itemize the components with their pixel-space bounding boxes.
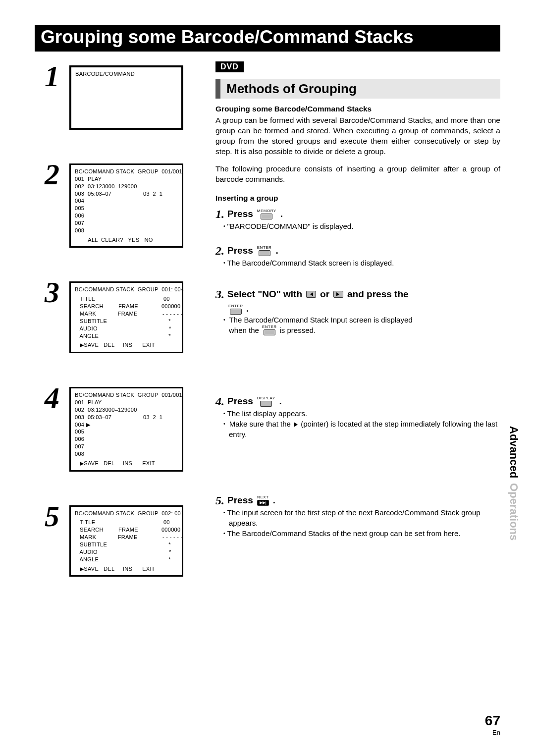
step-number-4: 4 [35, 383, 69, 413]
instruction-2: 2. Press ENTER . The Barcode/Command Sta… [215, 244, 500, 268]
instruction-4: 4. Press DISPLAY . The list display appe… [215, 395, 500, 439]
memory-button-icon: MEMORY [257, 209, 276, 219]
step4-bullet-b: Make sure that the (pointer) is located … [223, 419, 500, 439]
instruction-5: 5. Press NEXT ▶▶| . The input screen for… [215, 494, 500, 539]
screen-4-header: BC/COMMAND STACK GROUP 001/001 [75, 391, 178, 399]
instruction-3: 3. Select "NO" with or and press the ENT… [215, 288, 500, 335]
dvd-badge: DVD [215, 61, 244, 72]
section-heading: Methods of Grouping [215, 79, 500, 99]
screen-5: BC/COMMAND STACK GROUP 002: 001 TITLE 00… [69, 505, 183, 577]
step-number-5: 5 [35, 501, 69, 531]
subhead-inserting: Inserting a group [215, 194, 500, 203]
step3-bullet: The Barcode/Command Stack Input screen i… [223, 315, 500, 325]
screen-3: BC/COMMAND STACK GROUP 001: 004 TITLE 00… [69, 281, 183, 353]
section-tab: Advanced Operations [507, 426, 520, 540]
instr-num-1: 1. [215, 208, 224, 221]
instr-num-2: 2. [215, 244, 224, 258]
enter-button-icon: ENTER [262, 325, 277, 335]
screen-2-header: BC/COMMAND STACK GROUP 001/001 [75, 168, 178, 175]
step5-bullet-b: The Barcode/Command Stacks of the next g… [223, 528, 500, 539]
step-number-2: 2 [35, 160, 69, 189]
page-number: 67 [485, 714, 500, 728]
page-title: Grouping some Barcode/Command Stacks [35, 25, 500, 52]
left-column: 1 BARCODE/COMMAND 2 BC/COMMAND STACK GRO… [35, 61, 206, 577]
paragraph-1: A group can be formed with several Barco… [215, 115, 500, 157]
screen-4: BC/COMMAND STACK GROUP 001/001 001 PLAY … [69, 387, 183, 471]
step1-bullet: "BARCODE/COMMAND" is displayed. [223, 221, 500, 231]
step-number-3: 3 [35, 277, 69, 307]
subhead-grouping: Grouping some Barcode/Command Stacks [215, 105, 500, 113]
display-button-icon: DISPLAY [257, 396, 275, 407]
enter-button-icon: ENTER [257, 246, 272, 256]
screen-1-text: BARCODE/COMMAND [75, 70, 177, 78]
screen-2: BC/COMMAND STACK GROUP 001/001 001 PLAY … [69, 163, 183, 248]
paragraph-2: The following procedure consists of inse… [215, 164, 500, 185]
left-arrow-icon [306, 291, 316, 298]
right-arrow-icon [333, 291, 343, 298]
enter-button-icon: ENTER [228, 304, 243, 315]
pointer-icon [294, 422, 298, 427]
instr-num-4: 4. [215, 395, 224, 408]
screen-5-header: BC/COMMAND STACK GROUP 002: 001 [75, 510, 178, 517]
step-number-1: 1 [35, 61, 69, 91]
right-column: DVD Methods of Grouping Grouping some Ba… [215, 61, 500, 577]
step4-bullet-a: The list display appears. [223, 408, 500, 419]
instr-num-3: 3. [215, 288, 224, 301]
next-button-icon: NEXT ▶▶| [257, 495, 269, 506]
instr-num-5: 5. [215, 494, 224, 507]
instruction-1: 1. Press MEMORY . "BARCODE/COMMAND" is d… [215, 208, 500, 231]
step5-bullet-a: The input screen for the first step of t… [223, 507, 500, 528]
screen-1: BARCODE/COMMAND [69, 65, 183, 130]
page-footer: 67 En [485, 714, 500, 736]
screen-3-header: BC/COMMAND STACK GROUP 001: 004 [75, 286, 178, 293]
page-language: En [485, 729, 500, 736]
step2-bullet: The Barcode/Command Stack screen is disp… [223, 258, 500, 268]
